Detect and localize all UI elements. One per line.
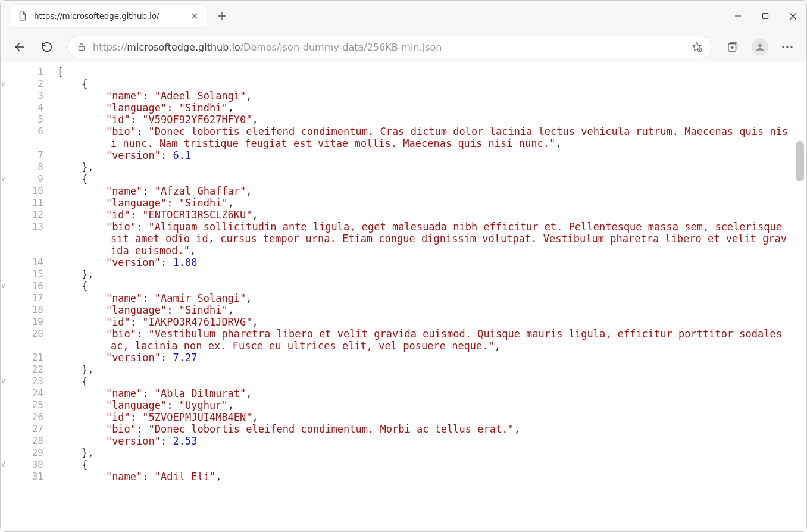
line-number: 29 — [8, 447, 48, 458]
close-tab-button[interactable] — [190, 11, 199, 21]
line-number: 2 — [8, 78, 48, 89]
fold-toggle — [1, 197, 8, 198]
line-content: "id": "5ZVOEPMJUI4MB4EN", — [57, 411, 806, 423]
line-number: 6 — [8, 126, 48, 137]
address-bar[interactable]: https://microsoftedge.github.io/Demos/js… — [67, 36, 712, 58]
line-number: 11 — [8, 197, 48, 208]
line-content: "language": "Sindhi", — [57, 197, 806, 209]
line-number: 4 — [8, 102, 48, 113]
line-number: 18 — [8, 304, 48, 315]
fold-toggle — [1, 114, 8, 115]
line-content: }, — [57, 268, 806, 280]
tab-title: https://microsoftedge.github.io/ — [34, 11, 184, 21]
fold-toggle — [1, 268, 8, 270]
fold-toggle — [1, 161, 8, 162]
code-line: 27 "bio": "Donec lobortis eleifend condi… — [1, 423, 806, 435]
lock-icon — [76, 42, 87, 52]
fold-toggle — [1, 102, 8, 103]
code-line: 31 "name": "Adil Eli", — [1, 471, 806, 483]
line-content: "name": "Adil Eli", — [57, 471, 806, 483]
avatar — [752, 39, 768, 55]
scrollbar-thumb[interactable] — [796, 141, 804, 181]
code-line: 1[ — [1, 66, 806, 78]
line-content: "name": "Abla Dilmurat", — [57, 387, 806, 399]
fold-toggle[interactable]: ∨ — [1, 375, 8, 385]
fold-toggle — [1, 256, 8, 258]
fold-toggle[interactable]: ∨ — [1, 459, 8, 468]
fold-toggle — [1, 304, 8, 305]
fold-toggle[interactable]: ∨ — [1, 280, 8, 290]
fold-toggle — [1, 435, 8, 436]
maximize-button[interactable] — [752, 4, 779, 28]
line-number: 19 — [8, 316, 48, 327]
line-content: }, — [57, 364, 806, 375]
line-content: "bio": "Aliquam sollicitudin ante ligula… — [57, 221, 806, 256]
line-number: 5 — [8, 114, 48, 125]
tabs-row: https://microsoftedge.github.io/ — [1, 1, 724, 32]
line-content: "version": 7.27 — [57, 352, 806, 364]
line-content: "language": "Sindhi", — [57, 304, 806, 316]
fold-toggle — [1, 447, 8, 448]
line-content: "name": "Adeel Solangi", — [57, 90, 806, 102]
browser-toolbar: https://microsoftedge.github.io/Demos/js… — [1, 32, 806, 62]
favorite-button[interactable] — [690, 41, 703, 53]
url-path: /Demos/json-dummy-data/256KB-min.json — [240, 42, 442, 53]
code-line: 6 "bio": "Donec lobortis eleifend condim… — [1, 126, 806, 149]
fold-toggle[interactable]: ∨ — [1, 78, 8, 87]
line-number: 24 — [8, 387, 48, 399]
minimize-button[interactable] — [724, 4, 752, 28]
line-number: 12 — [8, 209, 48, 220]
line-number: 28 — [8, 435, 48, 446]
line-content: "bio": "Vestibulum pharetra libero et ve… — [57, 328, 806, 352]
code-line: ∨23 { — [1, 375, 806, 387]
line-number: 30 — [8, 459, 48, 470]
line-content: "name": "Afzal Ghaffar", — [57, 185, 806, 197]
fold-toggle — [1, 399, 8, 400]
profile-button[interactable] — [748, 35, 772, 59]
code-line: 29 }, — [1, 447, 806, 459]
svg-rect-1 — [79, 46, 84, 50]
browser-titlebar: https://microsoftedge.github.io/ — [1, 1, 806, 32]
collections-button[interactable] — [721, 35, 745, 59]
code-line: 15 }, — [1, 268, 806, 280]
json-viewer: 1[∨2 {3 "name": "Adeel Solangi",4 "langu… — [1, 62, 806, 532]
line-number: 27 — [8, 423, 48, 434]
code-line: ∨2 { — [1, 78, 806, 90]
settings-menu-button[interactable] — [775, 35, 799, 59]
browser-tab[interactable]: https://microsoftedge.github.io/ — [10, 5, 207, 27]
code-line: 22 }, — [1, 364, 806, 375]
code-line: 14 "version": 1.88 — [1, 256, 806, 268]
close-window-button[interactable] — [779, 4, 806, 28]
code-line: 18 "language": "Sindhi", — [1, 304, 806, 316]
code-line: ∨30 { — [1, 459, 806, 471]
line-content: "version": 6.1 — [57, 149, 806, 161]
code-line: 25 "language": "Uyghur", — [1, 399, 806, 411]
line-content: "bio": "Donec lobortis eleifend condimen… — [57, 126, 806, 149]
line-content: "bio": "Donec lobortis eleifend condimen… — [57, 423, 806, 435]
line-number: 3 — [8, 90, 48, 101]
code-line: 12 "id": "ENTOCR13RSCLZ6KU", — [1, 209, 806, 221]
refresh-button[interactable] — [35, 35, 59, 59]
line-number: 9 — [8, 173, 48, 184]
svg-point-5 — [782, 46, 784, 48]
fold-toggle — [1, 316, 8, 317]
code-line: 28 "version": 2.53 — [1, 435, 806, 447]
line-content: { — [57, 459, 806, 471]
svg-point-6 — [786, 46, 788, 48]
code-line: 17 "name": "Aamir Solangi", — [1, 292, 806, 304]
fold-toggle[interactable]: ∨ — [1, 173, 8, 183]
fold-toggle — [1, 328, 8, 329]
code-line: 19 "id": "IAKPO3R4761JDRVG", — [1, 316, 806, 328]
code-line: 21 "version": 7.27 — [1, 352, 806, 364]
line-content: "id": "IAKPO3R4761JDRVG", — [57, 316, 806, 328]
back-button[interactable] — [8, 35, 32, 59]
line-number: 21 — [8, 352, 48, 363]
new-tab-button[interactable] — [212, 7, 232, 26]
fold-toggle — [1, 221, 8, 222]
fold-toggle — [1, 66, 8, 67]
file-icon — [17, 11, 28, 21]
code-line: ∨9 { — [1, 173, 806, 185]
line-content: "id": "V59OF92YF627HFY0", — [57, 114, 806, 126]
line-content: [ — [57, 66, 806, 78]
fold-toggle — [1, 149, 8, 151]
